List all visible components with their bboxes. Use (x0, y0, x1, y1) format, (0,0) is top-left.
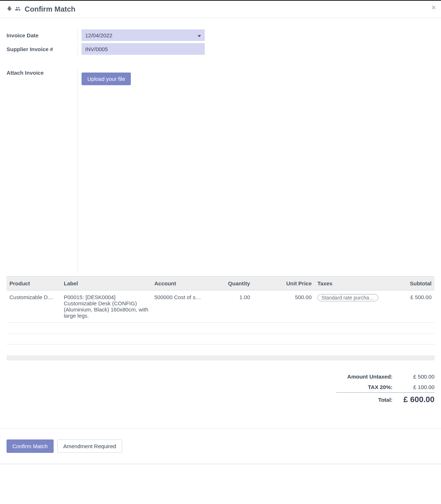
tax-tag[interactable]: Standard rate purcha… (317, 294, 378, 301)
dialog: Confirm Match × Invoice Date Supplier In… (0, 0, 441, 464)
dialog-footer: Confirm Match Amendment Required (0, 428, 441, 453)
amendment-required-button[interactable]: Amendment Required (57, 439, 122, 453)
close-icon[interactable]: × (431, 4, 436, 12)
header-icons (7, 6, 21, 13)
amount-untaxed-value: £ 500.00 (392, 371, 434, 382)
total-label: Total: (336, 393, 392, 407)
supplier-invoice-row: Supplier Invoice # (7, 43, 434, 55)
totals-block: Amount Untaxed: £ 500.00 TAX 20%: £ 100.… (7, 371, 434, 406)
col-product[interactable]: Product (7, 277, 61, 290)
cell-quantity: 1.00 (206, 290, 253, 323)
cell-subtotal: £ 500.00 (383, 290, 434, 323)
cell-account: 500000 Cost of s… (154, 294, 203, 300)
table-row[interactable]: Customizable D… P00015: [DESK0004] Custo… (7, 290, 434, 323)
invoice-date-label: Invoice Date (7, 32, 78, 38)
dialog-title: Confirm Match (25, 5, 75, 13)
invoice-date-row: Invoice Date (7, 29, 434, 41)
cell-unit-price: 500.00 (253, 290, 315, 323)
empty-list-area (7, 334, 434, 344)
confirm-match-button[interactable]: Confirm Match (7, 439, 54, 453)
tax-label: TAX 20%: (336, 382, 392, 393)
dialog-header: Confirm Match × (0, 1, 441, 18)
cell-label: P00015: [DESK0004] Customizable Desk (CO… (61, 290, 151, 323)
attach-invoice-row: Attach Invoice Upload your file (7, 70, 434, 273)
line-items-table: Product Label Account Quantity Unit Pric… (7, 276, 434, 323)
col-label[interactable]: Label (61, 277, 151, 290)
invoice-date-input[interactable] (82, 29, 205, 41)
col-unit-price[interactable]: Unit Price (253, 277, 315, 290)
total-value: £ 600.00 (392, 393, 434, 407)
supplier-invoice-label: Supplier Invoice # (7, 46, 78, 52)
users-icon[interactable] (14, 6, 21, 13)
col-subtotal[interactable]: Subtotal (383, 277, 434, 290)
amount-untaxed-label: Amount Untaxed: (336, 371, 392, 382)
cell-product: Customizable D… (9, 294, 58, 300)
table-header-row: Product Label Account Quantity Unit Pric… (7, 277, 434, 290)
grey-bar (7, 355, 434, 360)
attach-invoice-label: Attach Invoice (7, 70, 78, 273)
form-area: Invoice Date Supplier Invoice # Attach I… (0, 18, 441, 276)
empty-row (7, 334, 434, 344)
col-account[interactable]: Account (151, 277, 206, 290)
upload-file-button[interactable]: Upload your file (82, 73, 131, 85)
col-quantity[interactable]: Quantity (206, 277, 253, 290)
bug-icon[interactable] (7, 6, 12, 13)
supplier-invoice-input[interactable] (82, 43, 205, 55)
tax-value: £ 100.00 (392, 382, 434, 393)
col-taxes[interactable]: Taxes (315, 277, 383, 290)
